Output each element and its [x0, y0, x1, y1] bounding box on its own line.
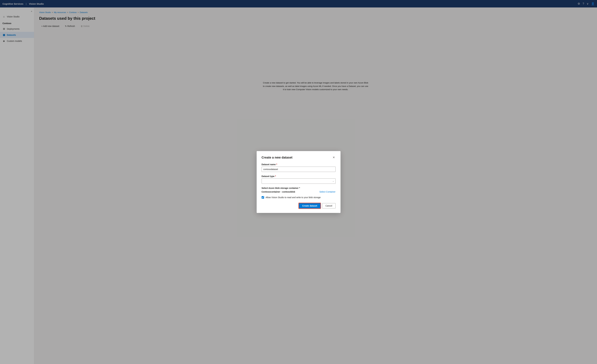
modal-header: Create a new dataset ✕: [262, 155, 336, 159]
storage-section-label: Select Azure blob storage container *: [262, 187, 336, 189]
select-container-link[interactable]: Select Container: [319, 190, 336, 193]
storage-container-name: Contosocontainer - contosoblob: [262, 190, 295, 193]
required-marker-type: *: [275, 175, 276, 177]
required-marker-storage: *: [299, 187, 300, 189]
content-area: Vision Studio > My resources > Contoso >…: [34, 8, 597, 364]
blob-permission-label[interactable]: Allow Vision Studio to read and write to…: [266, 196, 321, 199]
main-layout: « ⌂ Vision Studio Contoso ⊞ Deployments …: [0, 8, 597, 364]
storage-row: Contosocontainer - contosoblob Select Co…: [262, 190, 336, 193]
dataset-type-select[interactable]: [262, 178, 336, 184]
cancel-button[interactable]: Cancel: [322, 203, 336, 208]
modal-title: Create a new dataset: [262, 156, 292, 159]
dataset-type-group: Dataset type * ⌄: [262, 175, 336, 184]
storage-section: Select Azure blob storage container * Co…: [262, 187, 336, 193]
required-marker: *: [276, 163, 277, 166]
modal-overlay: Create a new dataset ✕ Dataset name * Da…: [34, 8, 597, 364]
dataset-name-group: Dataset name *: [262, 163, 336, 172]
create-dataset-button[interactable]: Create dataset: [299, 203, 321, 209]
dataset-type-select-wrapper: ⌄: [262, 178, 336, 184]
create-dataset-modal: Create a new dataset ✕ Dataset name * Da…: [257, 151, 340, 213]
modal-footer: Create dataset Cancel: [262, 203, 336, 209]
modal-close-button[interactable]: ✕: [332, 155, 336, 159]
dataset-type-label: Dataset type *: [262, 175, 336, 177]
checkbox-row: Allow Vision Studio to read and write to…: [262, 196, 336, 199]
blob-permission-checkbox[interactable]: [262, 196, 264, 199]
dataset-name-label: Dataset name *: [262, 163, 336, 166]
dataset-name-input[interactable]: [262, 167, 336, 172]
